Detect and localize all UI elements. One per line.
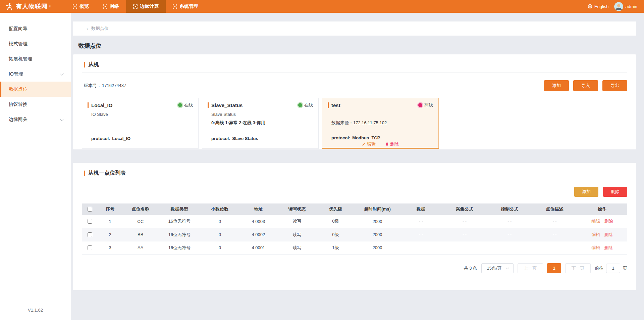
page-size-select[interactable]: 15条/页 <box>481 263 514 273</box>
avatar <box>614 2 623 11</box>
cell-decimals: 0 <box>201 215 239 228</box>
breadcrumb: › 数据点位 <box>73 21 636 36</box>
add-point-button[interactable]: 添加 <box>574 187 598 197</box>
prev-page-button[interactable]: 上一页 <box>518 263 543 273</box>
top-header: 有人物联网 ® 概览网络边缘计算系统管理 English admin <box>0 0 644 13</box>
column-header: 超时时间(ms) <box>355 203 400 215</box>
slave-card-test[interactable]: test 离线 数据来源：172.16.11.75:102 protocol:M… <box>322 98 439 149</box>
column-header: 采集公式 <box>442 203 487 215</box>
sidebar-item-6[interactable]: 边缘网关 <box>0 112 71 127</box>
points-table: 序号点位名称数据类型小数位数地址读写状态优先级超时时间(ms)数据采集公式控制公… <box>82 203 627 255</box>
slaves-section-title: 从机 <box>88 61 99 68</box>
table-row: 3AA16位无符号04 0001读写1级2000- -- -- -- -编辑删除 <box>82 241 627 254</box>
edit-point-link[interactable]: 编辑 <box>591 245 600 250</box>
cell-priority: 0级 <box>316 215 355 228</box>
nav-item-2[interactable]: 边缘计算 <box>126 0 166 13</box>
column-header: 小数位数 <box>201 203 239 215</box>
row-checkbox[interactable] <box>88 245 92 250</box>
firmware-version: V1.1.62 <box>0 308 71 313</box>
language-switcher[interactable]: English <box>588 4 609 9</box>
edit-point-link[interactable]: 编辑 <box>591 232 600 237</box>
cell-desc: - - <box>532 228 577 241</box>
cell-data: - - <box>400 228 442 241</box>
row-checkbox[interactable] <box>88 232 92 237</box>
edit-slave-link[interactable]: 编辑 <box>362 141 376 147</box>
sidebar-item-0[interactable]: 配置向导 <box>0 21 71 36</box>
slaves-toolbar: 版本号：1716274437 添加 导入 导出 <box>82 80 627 91</box>
total-count: 共 3 条 <box>464 265 477 271</box>
sidebar-item-3[interactable]: IO管理 <box>0 66 71 82</box>
slave-status: 在线 <box>298 102 313 108</box>
page-title: 数据点位 <box>73 36 636 54</box>
breadcrumb-item[interactable]: 数据点位 <box>91 26 109 32</box>
section-accent-bar <box>84 62 85 67</box>
delete-point-link[interactable]: 删除 <box>604 245 613 250</box>
status-label: 离线 <box>424 102 433 108</box>
cell-name: BB <box>122 228 158 241</box>
cell-control: - - <box>487 228 532 241</box>
edit-point-link[interactable]: 编辑 <box>591 219 600 224</box>
nav-item-1[interactable]: 网络 <box>96 0 126 13</box>
cell-desc: - - <box>532 241 577 254</box>
cell-address: 4 0001 <box>239 241 278 254</box>
cell-data: - - <box>400 215 442 228</box>
select-all-checkbox[interactable] <box>88 207 92 212</box>
export-button[interactable]: 导出 <box>602 80 627 91</box>
add-slave-button[interactable]: 添加 <box>544 80 569 91</box>
divider <box>82 73 627 73</box>
row-checkbox[interactable] <box>88 219 92 224</box>
cell-collect: - - <box>442 241 487 254</box>
version-value: 1716274437 <box>102 83 126 88</box>
cell-name: CC <box>122 215 158 228</box>
current-page-button[interactable]: 1 <box>547 263 561 273</box>
goto-page-input[interactable] <box>606 264 620 273</box>
import-button[interactable]: 导入 <box>573 80 598 91</box>
cell-address: 4 0002 <box>239 228 278 241</box>
column-header: 控制公式 <box>487 203 532 215</box>
scan-icon <box>103 4 107 9</box>
column-header: 点位描述 <box>532 203 577 215</box>
app-logo[interactable]: 有人物联网 ® <box>0 2 66 11</box>
slave-protocol: protocol:Local_IO <box>88 136 193 141</box>
card-accent-bar <box>88 102 89 108</box>
cell-rw: 读写 <box>278 241 316 254</box>
chevron-down-icon <box>505 266 509 269</box>
cell-seq: 2 <box>98 228 123 241</box>
delete-point-link[interactable]: 删除 <box>604 219 613 224</box>
sidebar-item-label: 边缘网关 <box>9 117 28 123</box>
nav-item-0[interactable]: 概览 <box>66 0 96 13</box>
delete-point-link[interactable]: 删除 <box>604 232 613 237</box>
cell-rw: 读写 <box>278 228 316 241</box>
slave-protocol: protocol:Modbus_TCP <box>328 135 433 140</box>
cell-desc: - - <box>532 215 577 228</box>
sidebar-item-5[interactable]: 协议转换 <box>0 97 71 112</box>
user-menu[interactable]: admin <box>614 2 637 11</box>
status-label: 在线 <box>304 102 313 108</box>
divider <box>82 181 627 181</box>
sidebar-item-label: 配置向导 <box>9 26 28 32</box>
chevron-down-icon <box>60 117 64 121</box>
sidebar-item-2[interactable]: 拓展机管理 <box>0 51 71 66</box>
sidebar-item-4[interactable]: 数据点位 <box>0 82 71 97</box>
slave-card-slave-status[interactable]: Slave_Status 在线 Slave Status 0:离线 1:异常 2… <box>202 98 319 149</box>
delete-slave-link[interactable]: 删除 <box>385 141 399 147</box>
status-dot <box>178 103 182 107</box>
next-page-button[interactable]: 下一页 <box>565 263 591 273</box>
delete-points-button[interactable]: 删除 <box>603 187 627 197</box>
slave-name: Local_IO <box>91 102 112 108</box>
sidebar-item-label: 拓展机管理 <box>9 56 32 62</box>
cell-seq: 3 <box>98 241 123 254</box>
breadcrumb-arrow-icon: › <box>87 26 88 31</box>
trash-icon <box>385 142 389 146</box>
goto-page: 前往 页 <box>595 264 627 273</box>
slave-protocol: protocol:Slave Status <box>208 136 313 141</box>
card-accent-bar <box>208 102 209 108</box>
goto-label: 前往 <box>595 265 603 271</box>
points-toolbar: 添加 删除 <box>82 187 627 197</box>
nav-item-3[interactable]: 系统管理 <box>166 0 205 13</box>
slave-card-local-io[interactable]: Local_IO 在线 IO Slave protocol:Local_IO <box>82 98 199 149</box>
column-header: 序号 <box>98 203 123 215</box>
column-header: 地址 <box>239 203 278 215</box>
points-section-title: 从机—点位列表 <box>88 170 126 177</box>
sidebar-item-1[interactable]: 模式管理 <box>0 36 71 51</box>
